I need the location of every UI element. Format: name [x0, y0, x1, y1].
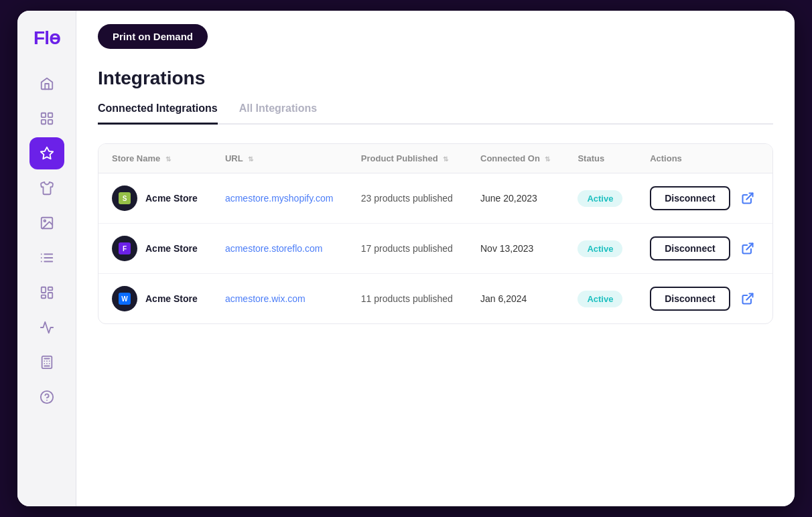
disconnect-button-1[interactable]: Disconnect	[650, 236, 730, 261]
svg-rect-2	[41, 120, 45, 124]
logo: Flɵ	[33, 27, 60, 49]
sidebar-item-images[interactable]	[29, 207, 64, 239]
col-product-published[interactable]: Product Published ⇅	[348, 144, 467, 173]
cell-date-2: Jan 6,2024	[467, 274, 564, 324]
store-name-2: Acme Store	[145, 293, 198, 304]
cell-store-name-0: S Acme Store	[98, 173, 212, 224]
store-url-0[interactable]: acmestore.myshopify.com	[225, 193, 334, 204]
sort-icon-product-published: ⇅	[443, 155, 448, 163]
store-avatar-1: F	[112, 236, 137, 261]
svg-line-29	[746, 244, 752, 250]
sidebar-item-help[interactable]	[29, 381, 64, 413]
status-badge-2: Active	[578, 291, 622, 307]
cell-url-0: acmestore.myshopify.com	[212, 173, 348, 224]
svg-rect-1	[48, 113, 52, 117]
sidebar: Flɵ	[17, 11, 76, 506]
svg-rect-0	[41, 113, 45, 117]
app-container: Flɵ	[17, 11, 795, 506]
avatar-badge-2: W	[119, 293, 131, 305]
avatar-badge-1: F	[119, 242, 131, 254]
tab-all-integrations[interactable]: All Integrations	[239, 102, 317, 125]
table-row: W Acme Store acmestore.wix.com 11 produc…	[98, 274, 772, 324]
svg-rect-17	[42, 356, 52, 368]
cell-date-1: Nov 13,2023	[467, 224, 564, 274]
svg-rect-14	[48, 287, 52, 291]
col-connected-on[interactable]: Connected On ⇅	[467, 144, 564, 173]
products-published-2: 11 products published	[361, 293, 453, 304]
store-avatar-2: W	[112, 286, 137, 311]
cell-products-2: 11 products published	[348, 274, 467, 324]
store-name-0: Acme Store	[145, 193, 198, 204]
apparel-icon	[40, 181, 54, 196]
col-actions: Actions	[636, 144, 772, 173]
svg-marker-4	[40, 147, 52, 159]
external-link-icon-2	[741, 292, 754, 305]
sidebar-item-home[interactable]	[29, 68, 64, 100]
svg-rect-16	[41, 295, 45, 299]
sidebar-item-analytics[interactable]	[29, 311, 64, 344]
disconnect-button-2[interactable]: Disconnect	[650, 287, 730, 311]
sidebar-item-orders[interactable]	[29, 242, 64, 274]
cell-status-1: Active	[564, 224, 636, 274]
cell-date-0: June 20,2023	[467, 173, 564, 224]
store-avatar-0: S	[112, 186, 137, 211]
sidebar-item-calculator[interactable]	[29, 346, 64, 378]
sort-icon-url: ⇅	[248, 155, 253, 163]
svg-rect-3	[48, 120, 52, 124]
sort-icon-connected-on: ⇅	[545, 155, 550, 163]
table-row: F Acme Store acmestore.storeflo.com 17 p…	[98, 224, 772, 274]
svg-point-6	[44, 220, 46, 222]
external-link-button-2[interactable]	[737, 288, 758, 309]
connected-date-2: Jan 6,2024	[480, 293, 527, 304]
calculator-icon	[40, 355, 54, 370]
cell-url-1: acmestore.storeflo.com	[212, 224, 348, 274]
external-link-icon-1	[741, 242, 754, 255]
page-area: Integrations Connected Integrations All …	[76, 49, 795, 506]
cell-products-1: 17 products published	[348, 224, 467, 274]
sidebar-item-integrations[interactable]	[29, 137, 64, 169]
cell-products-0: 23 products published	[348, 173, 467, 224]
integrations-icon	[40, 146, 54, 161]
avatar-badge-0: S	[119, 192, 131, 204]
integrations-table: Store Name ⇅ URL ⇅ Product Published ⇅	[98, 143, 773, 324]
external-link-button-0[interactable]	[737, 188, 758, 209]
sidebar-item-dashboard[interactable]	[29, 102, 64, 135]
orders-icon	[40, 250, 54, 265]
tabs: Connected Integrations All Integrations	[98, 102, 773, 125]
store-name-1: Acme Store	[145, 243, 198, 254]
status-badge-1: Active	[578, 240, 622, 257]
svg-line-30	[746, 294, 752, 300]
tab-connected-integrations[interactable]: Connected Integrations	[98, 102, 218, 125]
svg-rect-13	[41, 287, 45, 293]
col-url[interactable]: URL ⇅	[212, 144, 348, 173]
col-status: Status	[564, 144, 636, 173]
products-published-1: 17 products published	[361, 243, 453, 254]
products-published-0: 23 products published	[361, 193, 453, 204]
dashboard-icon	[40, 111, 54, 126]
analytics-icon	[40, 320, 54, 335]
cell-actions-0: Disconnect	[636, 173, 772, 224]
cell-url-2: acmestore.wix.com	[212, 274, 348, 324]
cell-status-2: Active	[564, 274, 636, 324]
svg-rect-15	[48, 293, 52, 298]
image-icon	[40, 216, 54, 230]
print-on-demand-button[interactable]: Print on Demand	[98, 24, 208, 49]
store-url-2[interactable]: acmestore.wix.com	[225, 293, 306, 304]
main-content: Print on Demand Integrations Connected I…	[76, 11, 795, 506]
table-row: S Acme Store acmestore.myshopify.com 23 …	[98, 173, 772, 224]
external-link-button-1[interactable]	[737, 238, 758, 259]
help-icon	[40, 390, 54, 404]
status-badge-0: Active	[578, 190, 622, 207]
col-store-name[interactable]: Store Name ⇅	[98, 144, 212, 173]
home-icon	[40, 76, 54, 91]
disconnect-button-0[interactable]: Disconnect	[650, 186, 730, 210]
sidebar-item-gallery[interactable]	[29, 277, 64, 309]
table-header-row: Store Name ⇅ URL ⇅ Product Published ⇅	[98, 144, 772, 173]
store-url-1[interactable]: acmestore.storeflo.com	[225, 243, 323, 254]
connected-date-0: June 20,2023	[480, 193, 537, 204]
top-bar: Print on Demand	[76, 11, 795, 49]
cell-store-name-1: F Acme Store	[98, 224, 212, 274]
sidebar-item-apparel[interactable]	[29, 172, 64, 204]
svg-line-28	[746, 194, 752, 200]
gallery-icon	[40, 285, 54, 300]
